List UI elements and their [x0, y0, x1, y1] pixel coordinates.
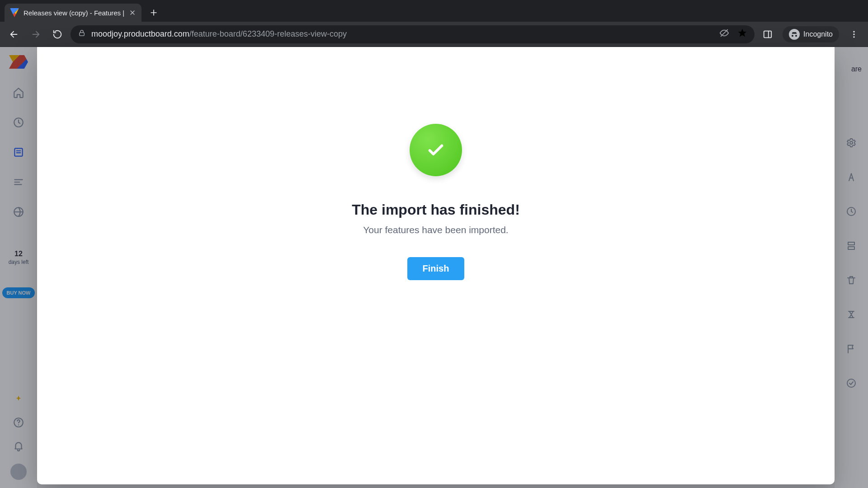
svg-rect-10: [80, 33, 85, 36]
url-path: /feature-board/6233409-releases-view-cop…: [189, 29, 347, 38]
modal-heading: The import has finished!: [352, 202, 520, 218]
finish-button[interactable]: Finish: [407, 257, 465, 280]
browser-tabstrip: Releases view (copy) - Features |: [0, 0, 868, 22]
tab-title: Releases view (copy) - Features |: [24, 9, 124, 17]
side-panel-button[interactable]: [759, 26, 776, 43]
modal-subtext: Your features have been imported.: [363, 225, 508, 235]
url-text: moodjoy.productboard.com/feature-board/6…: [91, 29, 347, 39]
forward-button[interactable]: [27, 26, 44, 43]
incognito-badge[interactable]: Incognito: [783, 26, 839, 42]
new-tab-button[interactable]: [146, 5, 161, 20]
toolbar-right-cluster: Incognito: [759, 26, 863, 43]
back-button[interactable]: [5, 26, 23, 43]
close-tab-button[interactable]: [129, 9, 136, 16]
incognito-label: Incognito: [803, 30, 833, 38]
svg-point-17: [853, 36, 854, 38]
page-viewport: 12 days left BUY NOW are: [0, 47, 868, 488]
browser-tab[interactable]: Releases view (copy) - Features |: [5, 4, 142, 22]
import-finished-modal: The import has finished! Your features h…: [37, 47, 835, 484]
address-bar[interactable]: moodjoy.productboard.com/feature-board/6…: [71, 25, 755, 43]
bookmark-button[interactable]: [737, 28, 747, 40]
reload-button[interactable]: [49, 26, 66, 43]
svg-rect-13: [764, 31, 772, 38]
svg-point-15: [853, 31, 854, 32]
incognito-icon: [789, 29, 800, 40]
lock-icon: [78, 29, 86, 39]
url-host: moodjoy.productboard.com: [91, 29, 189, 38]
browser-menu-button[interactable]: [845, 26, 863, 43]
tracking-blocked-icon[interactable]: [719, 28, 729, 40]
svg-point-16: [853, 33, 854, 35]
svg-marker-12: [738, 29, 746, 37]
browser-toolbar: moodjoy.productboard.com/feature-board/6…: [0, 22, 868, 47]
tab-favicon: [10, 8, 19, 17]
success-check-icon: [410, 124, 462, 176]
